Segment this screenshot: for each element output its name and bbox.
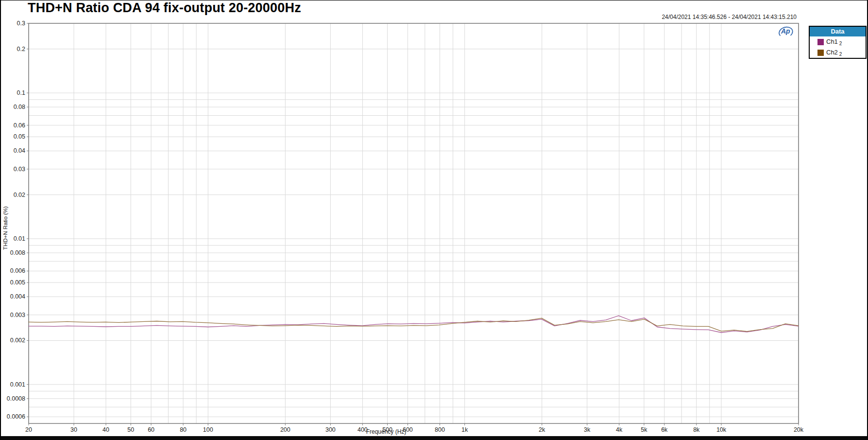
y-tick-label: 0.01: [14, 235, 25, 242]
x-tick-label: 1k: [461, 426, 468, 433]
x-tick-label: 300: [325, 426, 336, 433]
x-tick-label: 60: [148, 426, 154, 433]
y-tick-label: 0.0006: [7, 413, 25, 420]
legend-entry-subscript: 2: [839, 52, 842, 57]
ch1-trace: [29, 316, 799, 333]
y-tick-label: 0.004: [10, 293, 25, 300]
x-tick-label: 20: [25, 426, 32, 433]
app-window: THD+N Ratio CDA 94 fix-output 20-20000Hz…: [0, 0, 868, 440]
y-tick-label: 0.002: [10, 337, 25, 344]
y-tick-label: 0.04: [14, 147, 25, 154]
y-tick-label: 0.001: [10, 381, 25, 388]
plot-frame: [29, 23, 799, 423]
logo-text: Ap: [781, 27, 790, 35]
x-tick-label: 2k: [539, 426, 545, 433]
ch1-swatch: [817, 39, 824, 45]
ch2-swatch: [817, 50, 824, 56]
x-tick-label: 80: [180, 426, 187, 433]
legend-entry-label: Ch12: [826, 38, 842, 46]
legend-entry-subscript: 2: [839, 41, 842, 46]
x-tick-label: 200: [280, 426, 290, 433]
y-tick-label: 0.006: [10, 267, 25, 274]
x-tick-label: 100: [203, 426, 213, 433]
x-tick-label: 30: [70, 426, 77, 433]
x-tick-label: 8k: [693, 426, 700, 433]
ch2-trace: [29, 318, 799, 331]
y-tick-label: 0.1: [17, 89, 25, 96]
x-axis-title: Frequency (Hz): [352, 428, 420, 435]
legend-rows: Ch12Ch22: [810, 36, 866, 58]
chart-canvas[interactable]: 2030405060801002003004005006008001k2k3k4…: [1, 0, 868, 440]
legend-entry-ch2[interactable]: Ch22: [810, 47, 866, 58]
x-tick-label: 20k: [794, 426, 804, 433]
x-tick-label: 4k: [616, 426, 623, 433]
x-tick-label: 40: [102, 426, 109, 433]
y-tick-label: 0.08: [14, 104, 25, 110]
y-tick-label: 0.008: [10, 249, 25, 256]
y-tick-label: 0.2: [17, 46, 25, 53]
y-tick-label: 0.005: [10, 279, 25, 286]
x-tick-label: 10k: [716, 426, 727, 433]
y-tick-label: 0.05: [14, 133, 25, 140]
x-tick-label: 50: [127, 426, 134, 433]
y-tick-label: 0.02: [14, 192, 25, 198]
y-tick-label: 0.3: [17, 20, 25, 27]
x-tick-label: 800: [435, 426, 445, 433]
audio-precision-logo: Ap: [776, 24, 796, 38]
y-tick-label: 0.003: [10, 312, 25, 318]
y-axis-title: THD+N Ratio (%): [2, 206, 8, 250]
legend-header: Data: [810, 27, 866, 36]
x-tick-label: 3k: [584, 426, 591, 433]
y-tick-label: 0.0008: [7, 395, 25, 402]
y-tick-label: 0.03: [14, 166, 25, 173]
legend-entry-label: Ch22: [826, 49, 842, 57]
legend-panel: Data Ch12Ch22: [809, 26, 867, 59]
x-tick-label: 6k: [661, 426, 668, 433]
y-tick-label: 0.06: [14, 122, 25, 129]
x-tick-label: 5k: [641, 426, 647, 433]
legend-entry-ch1[interactable]: Ch12: [810, 36, 866, 47]
